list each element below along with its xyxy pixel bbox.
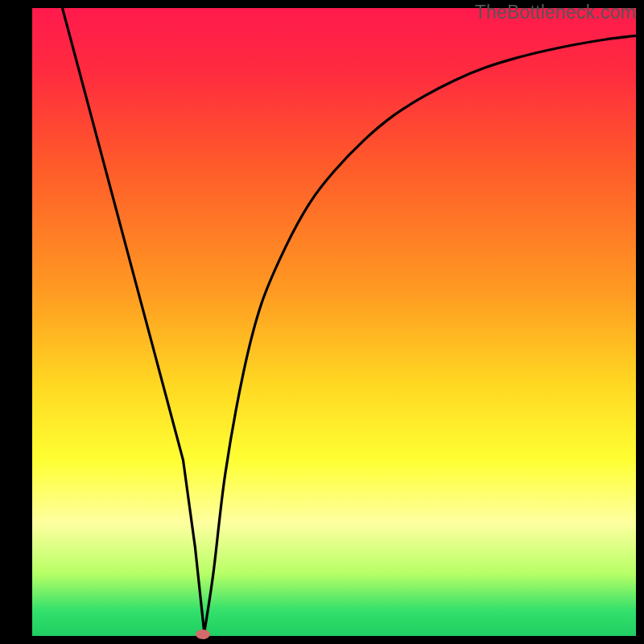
optimum-marker <box>196 630 210 639</box>
chart-frame <box>32 8 636 636</box>
chart-plot <box>32 8 636 636</box>
chart-background-gradient <box>32 8 636 636</box>
watermark-text: TheBottleneck.com <box>475 2 636 23</box>
